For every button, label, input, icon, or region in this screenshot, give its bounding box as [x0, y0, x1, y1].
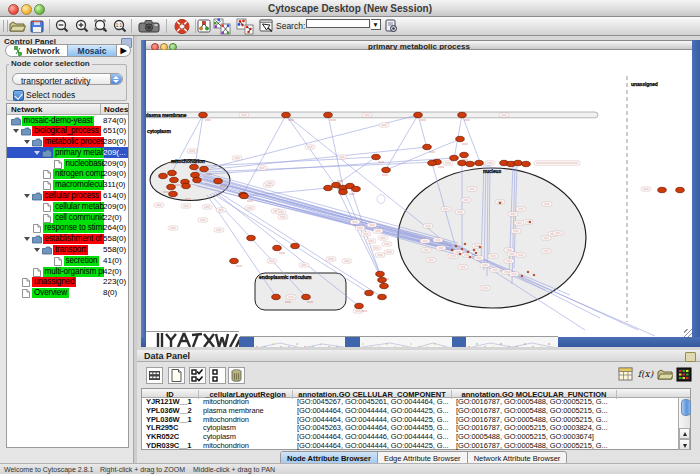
small-network-node[interactable]	[527, 271, 529, 273]
small-network-node[interactable]	[521, 275, 523, 277]
combo-stepper[interactable]	[110, 74, 122, 84]
network-node[interactable]	[355, 303, 364, 308]
network-node[interactable]	[475, 160, 484, 165]
zoom-out-icon[interactable]	[54, 18, 70, 35]
network-node[interactable]	[168, 170, 177, 175]
zoom-actual-icon[interactable]: 1:1	[112, 18, 128, 35]
network-node[interactable]	[247, 235, 256, 240]
tree-expand-arrow-icon[interactable]	[24, 194, 30, 198]
scrollbar-up-arrow[interactable]	[679, 428, 690, 439]
zoom-selected-icon[interactable]	[93, 18, 109, 35]
network-node[interactable]	[466, 161, 475, 166]
tree-expand-arrow-icon[interactable]	[13, 129, 19, 133]
network-node[interactable]	[460, 152, 469, 157]
network-node[interactable]	[378, 294, 387, 299]
heatmap-icon[interactable]	[676, 367, 693, 384]
small-network-node[interactable]	[455, 245, 457, 247]
save-icon[interactable]	[29, 18, 45, 35]
search-dropdown-arrow[interactable]: ▼	[371, 19, 381, 30]
tree-row[interactable]: establishment of lo558(0)	[7, 234, 128, 245]
network-node[interactable]	[450, 155, 459, 160]
network-node[interactable]	[339, 189, 348, 194]
network-node[interactable]	[514, 160, 523, 165]
delete-row-icon[interactable]	[228, 367, 245, 384]
data-panel-float-icon[interactable]	[685, 352, 696, 362]
network-canvas[interactable]: plasma membranecytoplasmmitochondrionnuc…	[146, 50, 692, 337]
more-tabs-button[interactable]: ▶	[117, 45, 130, 56]
new-attribute-icon[interactable]	[168, 367, 185, 384]
network-node[interactable]	[522, 161, 531, 166]
network-node[interactable]	[428, 160, 437, 165]
tree-row[interactable]: transport558(0)	[7, 245, 128, 256]
background-window-sliver[interactable]	[345, 336, 452, 347]
formula-icon[interactable]: f(x)	[637, 367, 654, 384]
tree-row[interactable]: response to stimul264(0)	[7, 223, 128, 234]
network-difference-icon[interactable]	[236, 18, 255, 35]
network-node[interactable]	[352, 186, 361, 191]
data-panel-titlebar[interactable]: Data Panel	[137, 350, 700, 362]
import-folder-icon[interactable]	[656, 367, 673, 384]
scrollbar-thumb[interactable]	[681, 399, 691, 416]
zoom-in-icon[interactable]	[74, 18, 90, 35]
network-node[interactable]	[272, 294, 281, 299]
network-node[interactable]	[376, 271, 385, 276]
annotation-icon[interactable]	[197, 18, 212, 35]
search-options-icon[interactable]	[384, 18, 398, 35]
table-row[interactable]: YPL036W__1mitochondrion[GO:0044464, GO:0…	[142, 416, 690, 425]
network-edge[interactable]	[286, 115, 336, 186]
tree-row[interactable]: macromolecule311(0)	[7, 180, 128, 191]
network-node[interactable]	[365, 290, 374, 295]
table-row[interactable]: YLR295Ccytoplasm[GO:0045263, GO:0044464,…	[142, 424, 690, 433]
delete-attribute-icon[interactable]	[189, 367, 206, 384]
small-network-node[interactable]	[475, 252, 477, 254]
background-window-sliver[interactable]	[240, 336, 345, 347]
network-node[interactable]	[193, 177, 202, 182]
tree-row[interactable]: unassigned223(0)	[7, 277, 128, 288]
small-network-node[interactable]	[451, 249, 453, 251]
snapshot-camera-icon[interactable]	[138, 18, 161, 35]
network-node[interactable]	[214, 178, 223, 183]
tree-row[interactable]: primary metabo209(...	[7, 147, 128, 158]
network-node[interactable]	[167, 184, 176, 189]
network-node[interactable]	[658, 187, 667, 192]
small-network-node[interactable]	[499, 202, 501, 204]
network-node[interactable]	[324, 112, 333, 117]
merge-networks-icon[interactable]	[213, 18, 232, 35]
help-lifering-icon[interactable]	[172, 18, 192, 35]
network-node[interactable]	[378, 277, 387, 282]
network-node[interactable]	[199, 112, 208, 117]
network-node[interactable]	[182, 183, 191, 188]
select-nodes-checkbox[interactable]	[13, 90, 24, 101]
network-node[interactable]	[240, 193, 249, 198]
tree-row[interactable]: biological_process651(0)	[7, 126, 128, 137]
network-node[interactable]	[200, 166, 209, 171]
tab-mosaic[interactable]: Mosaic	[67, 45, 117, 56]
show-graphics-details-icon[interactable]	[259, 18, 275, 35]
small-network-node[interactable]	[469, 256, 471, 258]
network-window-titlebar[interactable]: primary metabolic process	[146, 40, 692, 50]
network-node[interactable]	[458, 112, 467, 117]
table-row[interactable]: YJR121W__1mitochondrion[GO:0045267, GO:0…	[142, 398, 690, 407]
tree-expand-arrow-icon[interactable]	[24, 140, 30, 144]
matrix-icon[interactable]	[618, 367, 635, 384]
network-node[interactable]	[423, 144, 432, 149]
network-node[interactable]	[190, 164, 199, 169]
small-network-node[interactable]	[533, 274, 535, 276]
tree-row[interactable]: nucleobase-209(0)	[7, 158, 128, 169]
tree-row[interactable]: multi-organism pro42(0)	[7, 266, 128, 277]
network-edge[interactable]	[386, 139, 460, 170]
network-node[interactable]	[676, 187, 685, 192]
table-row[interactable]: YKR052Ccytoplasm[GO:0044464, GO:0044446,…	[142, 433, 690, 442]
network-node[interactable]	[230, 258, 239, 263]
table-vertical-scrollbar[interactable]	[678, 398, 690, 450]
tree-row[interactable]: Overview8(0)	[7, 288, 128, 299]
tab-network[interactable]: Network	[6, 45, 67, 56]
small-network-node[interactable]	[459, 253, 461, 255]
tree-row[interactable]: mosaic-demo-yeast874(0)	[7, 115, 128, 126]
table-row[interactable]: YPL036W__2plasma membrane[GO:0044464, GO…	[142, 407, 690, 416]
small-network-node[interactable]	[464, 243, 466, 245]
tree-row[interactable]: cell communicat22(0)	[7, 212, 128, 223]
network-node[interactable]	[380, 283, 389, 288]
network-node[interactable]	[372, 154, 381, 159]
network-node[interactable]	[169, 191, 178, 196]
